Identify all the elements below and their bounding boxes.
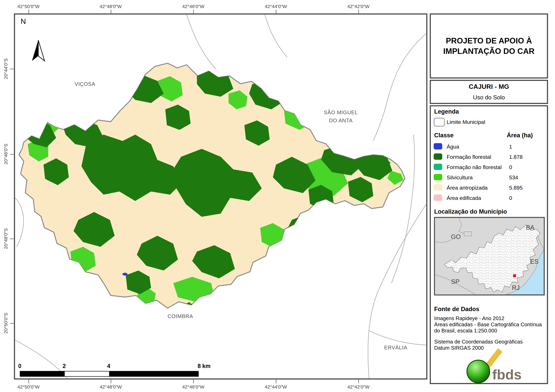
scalebar-label-0: 0 bbox=[18, 363, 21, 369]
longitude-label: 42°50'0"W bbox=[17, 4, 40, 9]
logo-text: fbds bbox=[492, 367, 522, 382]
map-title: PROJETO DE APOIO À IMPLANTAÇÃO DO CAR bbox=[443, 36, 535, 57]
localization-heading: Localização do Município bbox=[434, 208, 507, 215]
legend-box: Legenda Limite Municipal Classe Área (ha… bbox=[430, 105, 548, 384]
longitude-label: 42°42'0"W bbox=[347, 384, 369, 390]
legend-swatch-area-edificada bbox=[434, 194, 442, 201]
map-label-vicosa: VIÇOSA bbox=[75, 80, 95, 88]
tick bbox=[193, 10, 194, 14]
tick bbox=[10, 239, 14, 239]
tick bbox=[111, 10, 111, 14]
state-locator-map: GO BA ES SP RJ bbox=[434, 217, 545, 295]
longitude-label: 42°46'0"W bbox=[182, 384, 204, 390]
state-label-sp: SP bbox=[451, 278, 460, 285]
longitude-label: 42°48'0"W bbox=[100, 4, 122, 9]
scalebar-label-8km: 8 km bbox=[197, 363, 211, 369]
limite-municipal-label: Limite Municipal bbox=[447, 119, 485, 125]
legend-label: Silvicultura bbox=[447, 174, 473, 181]
longitude-label: 42°48'0"W bbox=[100, 384, 122, 390]
legend-swatch-agua bbox=[434, 143, 442, 150]
tick bbox=[358, 379, 359, 383]
tick bbox=[276, 379, 276, 383]
longitude-label: 42°44'0"W bbox=[265, 384, 287, 390]
df-boundary bbox=[464, 232, 472, 236]
class-column-header: Classe bbox=[434, 132, 454, 139]
legend-label: Área antropizada bbox=[447, 185, 488, 191]
legend-label: Formação não florestal bbox=[447, 164, 502, 170]
area-column-header: Área (ha) bbox=[507, 132, 533, 139]
tick bbox=[111, 379, 111, 383]
legend-area-value: 534 bbox=[509, 174, 518, 181]
legend-swatch-silvicultura bbox=[434, 174, 442, 180]
longitude-label: 42°42'0"W bbox=[347, 4, 369, 9]
title-box: PROJETO DE APOIO À IMPLANTAÇÃO DO CAR bbox=[430, 14, 548, 78]
tick bbox=[358, 10, 359, 14]
longitude-label: 42°50'0"W bbox=[17, 384, 40, 390]
tick bbox=[10, 323, 14, 324]
state-label-go: GO bbox=[451, 233, 461, 240]
limite-municipal-swatch bbox=[434, 118, 445, 127]
scale-bar-segment bbox=[65, 371, 109, 376]
legend-swatch-formacao-florestal bbox=[434, 153, 442, 160]
latitude-label: 20°48'0"S bbox=[3, 228, 8, 249]
cajuri-marker bbox=[513, 274, 516, 277]
legend-heading: Legenda bbox=[434, 108, 459, 115]
tick bbox=[193, 379, 194, 383]
tick bbox=[10, 69, 14, 69]
legend-area-value: 1.878 bbox=[509, 154, 523, 160]
north-label: N bbox=[21, 17, 26, 26]
data-source-heading: Fonte de Dados bbox=[434, 306, 479, 313]
subtitle-box: CAJURI - MG Uso do Solo bbox=[430, 80, 548, 104]
state-label-ba: BA bbox=[526, 224, 534, 231]
scale-bar bbox=[20, 371, 199, 377]
land-use-map bbox=[15, 14, 426, 378]
legend-label: Água bbox=[447, 144, 459, 150]
state-label-es: ES bbox=[530, 258, 538, 265]
latitude-label: 20°44'0"S bbox=[3, 58, 8, 79]
longitude-label: 42°46'0"W bbox=[182, 4, 204, 9]
legend-area-value: 5.895 bbox=[509, 185, 523, 191]
data-source-text: Imagens Rapideye - Ano 2012 Áreas edific… bbox=[434, 315, 545, 334]
map-label-coimbra: COIMBRA bbox=[168, 312, 193, 320]
legend-label: Formação florestal bbox=[447, 154, 491, 160]
legend-swatch-formacao-nao-florestal bbox=[434, 164, 442, 170]
longitude-label: 42°44'0"W bbox=[265, 4, 287, 9]
tick bbox=[276, 10, 276, 14]
scalebar-label-2: 2 bbox=[63, 363, 66, 369]
scalebar-label-4: 4 bbox=[107, 363, 110, 369]
logo-green-sphere bbox=[467, 360, 490, 383]
latitude-label: 20°46'0"S bbox=[3, 144, 8, 164]
legend-area-value: 0 bbox=[509, 195, 512, 201]
tick bbox=[10, 154, 14, 155]
map-label-ervalia: ERVÁLIA bbox=[384, 343, 407, 352]
map-theme: Uso do Solo bbox=[473, 94, 505, 101]
legend-area-value: 1 bbox=[509, 144, 512, 150]
tick bbox=[29, 379, 29, 383]
tick bbox=[29, 10, 29, 14]
legend-label: Área edificada bbox=[447, 195, 481, 201]
fbds-logo: fbds bbox=[455, 348, 523, 384]
legend-swatch-area-antropizada bbox=[434, 184, 442, 191]
legend-area-value: 0 bbox=[509, 164, 512, 170]
latitude-label: 20°50'0"S bbox=[3, 313, 8, 334]
map-label-sao-miguel-do-anta: SÃO MIGUEL DO ANTA bbox=[324, 108, 358, 124]
north-arrow-icon bbox=[32, 40, 45, 61]
municipality-name: CAJURI - MG bbox=[469, 83, 509, 90]
state-label-rj: RJ bbox=[512, 284, 520, 291]
